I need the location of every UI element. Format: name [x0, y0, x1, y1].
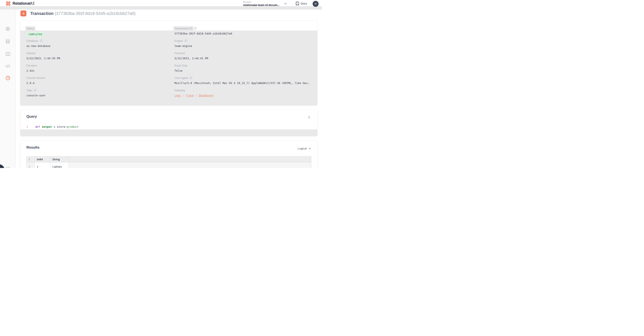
code-output-name: output	[42, 125, 52, 128]
code-relation: store	[57, 125, 65, 128]
code-keyword: def	[35, 125, 40, 128]
field-datadog: Datadog Logs/Trace/Dashboard	[174, 89, 311, 101]
format-version-label: Format Version	[26, 76, 45, 80]
brand-name-light: AI	[30, 1, 35, 6]
field-read-only: Read Only false	[174, 64, 311, 76]
keyboard-shortcuts-button[interactable]: ⌘	[5, 166, 11, 168]
sidebar-item-transactions[interactable]	[5, 75, 11, 81]
field-duration: Duration 2.42s	[26, 64, 174, 76]
tags-value: console-user	[26, 94, 174, 97]
status-label: Status	[25, 26, 35, 31]
page-title-transaction-id: (377383ba-392f-8d18-5445-a1b18cb627a0)	[55, 11, 136, 16]
copy-icon[interactable]	[184, 39, 188, 42]
datadog-label: Datadog	[174, 89, 185, 92]
code-icon	[5, 64, 11, 69]
table-row[interactable]: 1 1 Laptops	[26, 162, 311, 168]
sidebar-item-databases[interactable]	[5, 39, 11, 44]
sidebar-item-worksheets[interactable]	[5, 51, 11, 57]
format-version-value: 2.0.4	[26, 82, 174, 85]
line-number: 1	[26, 125, 35, 128]
back-button[interactable]	[20, 11, 26, 17]
results-title: Results	[26, 145, 40, 150]
user-agent-value: Mozilla/5.0 (Macintosh; Intel Mac OS X 1…	[174, 82, 311, 85]
duration-label: Duration	[26, 64, 37, 67]
field-status: Status COMPLETED	[26, 27, 174, 39]
engine-value: team-engine	[174, 44, 311, 48]
header-cell-filler	[69, 156, 311, 162]
transaction-id-label: Transaction ID	[173, 26, 193, 31]
query-code-line[interactable]: 1defoutput=store:product	[26, 125, 78, 128]
header-cell-int64: Int64	[35, 156, 50, 162]
field-user-agent: User Agent Mozilla/5.0 (Macintosh; Intel…	[174, 76, 311, 89]
query-card: Query 1defoutput=store:product	[20, 110, 317, 136]
row-int64-cell: 1	[35, 162, 50, 168]
arrow-left-icon	[22, 12, 25, 15]
results-card: Results Logical # Int64 String 1 1 Lapto…	[20, 141, 317, 168]
field-engine: Engine team-engine	[174, 39, 311, 51]
datadog-dashboard-link[interactable]: Dashboard	[199, 94, 214, 97]
copy-icon[interactable]	[190, 76, 192, 79]
read-only-label: Read Only	[174, 64, 188, 67]
transaction-id-value: 377383ba-392f-8d18-5445-a1b18cb627a0	[174, 32, 311, 35]
field-transaction-id: Transaction ID 377383ba-392f-8d18-5445-a…	[174, 27, 311, 39]
finished-label: Finished	[174, 52, 185, 55]
code-operator: =	[54, 125, 55, 128]
brand-name-bold: Relational	[12, 1, 30, 6]
sidebar-item-editor[interactable]	[5, 63, 11, 69]
page-title-text: Transaction	[30, 11, 54, 16]
read-only-value: false	[174, 69, 311, 72]
avatar-initial: H	[314, 2, 316, 5]
tags-label: Tags	[26, 89, 32, 92]
view-mode-value: Logical	[298, 147, 307, 150]
datadog-links: Logs/Trace/Dashboard	[174, 94, 311, 97]
field-format-version: Format Version 2.0.4	[26, 76, 174, 89]
finished-value: 5/22/2023, 2:44:41 PM	[174, 57, 311, 60]
status-badge: COMPLETED	[26, 32, 44, 37]
header-cell-index: #	[26, 156, 35, 162]
header-divider-band	[0, 6, 322, 10]
query-title: Query	[26, 115, 37, 119]
page-title: Transaction (377383ba-392f-8d18-5445-a1b…	[30, 11, 136, 16]
field-started: Started 5/22/2023, 2:44:39 PM	[26, 51, 174, 64]
account-name: relationalai-team-rd-docum...	[243, 4, 280, 7]
download-query-button[interactable]	[307, 115, 311, 119]
row-index-cell: 1	[26, 162, 35, 168]
field-finished: Finished 5/22/2023, 2:44:41 PM	[174, 51, 311, 64]
duration-value: 2.42s	[26, 69, 174, 72]
datadog-logs-link[interactable]: Logs	[174, 94, 181, 97]
database-icon	[5, 39, 10, 44]
clock-icon	[5, 75, 11, 81]
results-view-selector[interactable]: Logical	[298, 147, 311, 150]
field-database: Database as-new-database	[26, 39, 174, 51]
copy-icon[interactable]	[194, 27, 197, 30]
relationalai-x-icon	[5, 1, 11, 7]
chevron-down-icon[interactable]	[284, 3, 287, 5]
started-label: Started	[26, 52, 35, 55]
cpu-icon	[5, 26, 10, 32]
copy-icon[interactable]	[40, 39, 43, 42]
user-agent-label: User Agent	[174, 76, 188, 80]
user-avatar[interactable]: H	[313, 1, 318, 7]
link-separator: /	[182, 94, 184, 97]
link-separator: /	[196, 94, 197, 97]
database-label: Database	[26, 39, 38, 43]
transaction-details-card: Status COMPLETED Transaction ID 377383ba…	[20, 21, 317, 105]
command-icon: ⌘	[5, 167, 10, 168]
relationalai-logo[interactable]: RelationalAI	[5, 1, 35, 7]
sidebar-item-engines[interactable]	[5, 26, 11, 32]
brand-name: RelationalAI	[12, 1, 35, 6]
results-header-row: # Int64 String	[26, 156, 311, 162]
docs-link[interactable]: Docs	[296, 2, 307, 6]
account-switcher[interactable]: Account relationalai-team-rd-docum...	[243, 1, 280, 7]
database-value: as-new-database	[26, 44, 174, 48]
details-fields-grid: Status COMPLETED Transaction ID 377383ba…	[26, 27, 311, 101]
book-icon	[296, 2, 299, 6]
datadog-trace-link[interactable]: Trace	[186, 94, 194, 97]
download-icon	[307, 115, 311, 119]
results-table: # Int64 String 1 1 Laptops	[26, 156, 311, 168]
engine-label: Engine	[174, 39, 183, 43]
header-cell-string: String	[50, 156, 69, 162]
copy-icon[interactable]	[34, 89, 37, 92]
worksheets-icon	[5, 51, 11, 57]
started-value: 5/22/2023, 2:44:39 PM	[26, 57, 174, 60]
